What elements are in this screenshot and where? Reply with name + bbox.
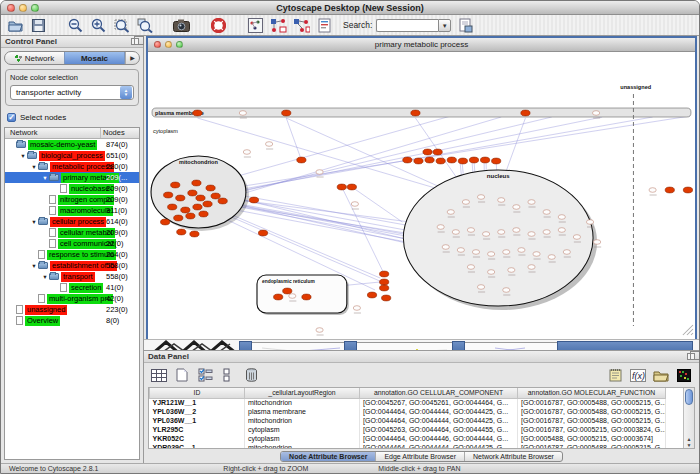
graph-edge[interactable] [286, 118, 301, 160]
table-cell[interactable]: mitochondrion [245, 416, 360, 425]
background-window-border[interactable] [452, 341, 465, 350]
tree-row[interactable]: ▼establishment of lo558(0) [5, 260, 139, 271]
column-header[interactable]: annotation.GO CELLULAR_COMPONENT [360, 388, 518, 398]
scrollbar-thumb[interactable] [685, 389, 693, 405]
graph-node[interactable] [190, 231, 199, 237]
table-vertical-scrollbar[interactable]: ▲▼ [683, 388, 694, 448]
tree-row[interactable]: cellular metabol209(0) [5, 227, 139, 238]
delete-attribute-icon[interactable] [242, 366, 260, 384]
graph-node[interactable] [513, 228, 520, 233]
table-row[interactable]: YLR295Ccytoplasm[GO:0045263, GO:0044464,… [150, 425, 666, 434]
resize-grip-icon[interactable] [683, 325, 693, 335]
background-window-content[interactable] [252, 342, 344, 350]
graph-node[interactable] [258, 230, 267, 236]
graph-node[interactable] [563, 250, 570, 255]
tree-row[interactable]: multi-organism pro42(0) [5, 293, 139, 304]
graph-node[interactable] [462, 200, 469, 205]
graph-node[interactable] [437, 225, 444, 230]
graph-node[interactable] [174, 215, 183, 221]
zoom-selected-icon[interactable] [136, 17, 153, 34]
layout-a-icon[interactable] [270, 17, 287, 34]
tree-expand-icon[interactable]: ▼ [30, 263, 38, 269]
table-cell[interactable]: YJR121W__1 [150, 398, 245, 407]
region-plasma-membrane[interactable] [152, 108, 691, 117]
graph-node[interactable] [477, 285, 484, 290]
attribute-table-header[interactable]: ID_cellularLayoutRegionannotation.GO CEL… [150, 388, 666, 398]
graph-node[interactable] [186, 213, 195, 219]
graph-node[interactable] [168, 204, 177, 210]
graph-node[interactable] [380, 285, 389, 291]
scrollbar-arrows[interactable]: ▲▼ [684, 436, 694, 448]
zoom-fit-icon[interactable] [113, 17, 130, 34]
graph-node[interactable] [593, 240, 600, 245]
graph-node[interactable] [297, 157, 306, 163]
graph-node[interactable] [528, 232, 535, 237]
network-canvas[interactable]: plasma membrane cytoplasm mitochondrion … [148, 52, 695, 337]
graph-node[interactable] [503, 288, 510, 293]
table-cell[interactable]: [GO:0044464, GO:0044444, GO:0044425, G..… [360, 407, 518, 416]
graph-node[interactable] [480, 157, 489, 163]
graph-node[interactable] [508, 268, 515, 273]
tree-row[interactable]: mosaic-demo-yeast874(0) [5, 139, 139, 150]
tree-row[interactable]: cell communicat22(0) [5, 238, 139, 249]
graph-node[interactable] [382, 295, 391, 301]
select-attributes-icon[interactable] [196, 366, 214, 384]
tree-row[interactable]: ▼metabolic process280(0) [5, 161, 139, 172]
graph-node[interactable] [649, 188, 656, 193]
graph-node[interactable] [447, 210, 454, 215]
save-session-icon[interactable] [30, 17, 47, 34]
graph-node[interactable] [414, 158, 423, 164]
graph-node[interactable] [164, 192, 173, 198]
graph-node[interactable] [436, 158, 445, 164]
tree-row[interactable]: ▼primary metabol209(... [5, 172, 139, 183]
graph-node[interactable] [482, 232, 489, 237]
layout-b-icon[interactable] [293, 17, 310, 34]
graph-node[interactable] [265, 142, 272, 147]
float-panel-icon[interactable] [687, 353, 695, 360]
graph-node[interactable] [543, 210, 550, 215]
graph-node[interactable] [206, 185, 215, 191]
table-cell[interactable]: YKR052C [150, 434, 245, 443]
tree-expand-icon[interactable]: ▼ [41, 175, 49, 181]
matrix-view-icon[interactable] [675, 366, 693, 384]
attribute-table-grid[interactable]: ID_cellularLayoutRegionannotation.GO CEL… [149, 388, 666, 449]
graph-node[interactable] [196, 195, 205, 201]
graph-node[interactable] [498, 198, 505, 203]
table-cell[interactable]: [GO:0016787, GO:0005215, GO:0003824, G..… [518, 425, 666, 434]
tab-network-attribute-browser[interactable]: Network Attribute Browser [465, 452, 562, 461]
graph-node[interactable] [192, 180, 201, 186]
search-input[interactable] [376, 19, 438, 32]
table-cell[interactable]: plasma membrane [245, 407, 360, 416]
graph-node[interactable] [218, 198, 227, 204]
graph-node[interactable] [211, 193, 220, 199]
tree-header[interactable]: Network Nodes [5, 128, 139, 139]
graph-node[interactable] [503, 250, 510, 255]
graph-node[interactable] [498, 230, 505, 235]
graph-node[interactable] [193, 110, 202, 116]
column-header[interactable]: annotation.GO MOLECULAR_FUNCTION [518, 388, 666, 398]
graph-node[interactable] [558, 228, 565, 233]
graph-node[interactable] [161, 219, 170, 225]
graph-node[interactable] [302, 294, 311, 300]
table-row[interactable]: YPL036W__2plasma membrane[GO:0044464, GO… [150, 407, 666, 416]
graph-node[interactable] [177, 229, 186, 235]
graph-node[interactable] [586, 220, 593, 225]
zoom-out-icon[interactable] [67, 17, 84, 34]
select-nodes-checkbox[interactable]: ✓ [7, 113, 16, 122]
background-window-border[interactable] [239, 341, 252, 350]
graph-node[interactable] [548, 255, 555, 260]
graph-node[interactable] [458, 158, 467, 164]
table-cell[interactable]: [GO:0016787, GO:0005488, GO:0005215, G..… [518, 407, 666, 416]
graph-node[interactable] [188, 190, 197, 196]
graph-node[interactable] [447, 157, 456, 163]
graph-node[interactable] [193, 204, 202, 210]
graph-node[interactable] [433, 149, 442, 155]
graph-node[interactable] [533, 252, 540, 257]
graph-node[interactable] [353, 306, 360, 311]
help-icon[interactable] [210, 17, 227, 34]
graph-node[interactable] [289, 294, 296, 299]
graph-node[interactable] [380, 279, 389, 285]
tree-row[interactable]: macromolecule311(0) [5, 205, 139, 216]
graph-node[interactable] [488, 252, 495, 257]
table-cell[interactable]: cytoplasm [245, 434, 360, 443]
